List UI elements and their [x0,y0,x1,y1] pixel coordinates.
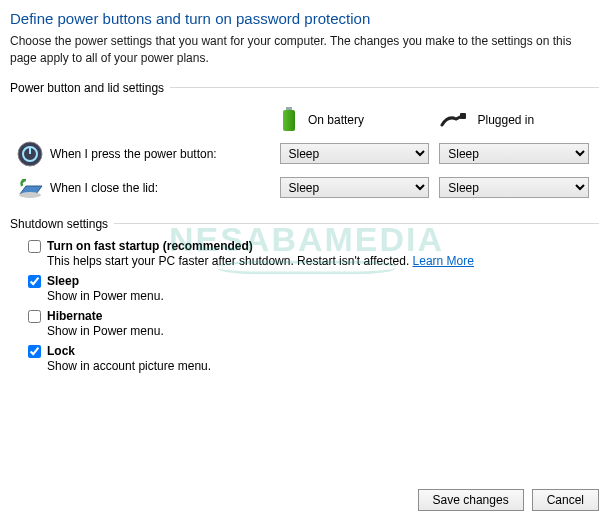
save-changes-button[interactable]: Save changes [418,489,524,511]
learn-more-link[interactable]: Learn More [413,254,474,268]
power-button-battery-select[interactable]: Do nothingSleepHibernateShut down [280,143,430,164]
page-description: Choose the power settings that you want … [10,33,599,67]
group-shutdown: Shutdown settings [10,217,599,231]
row-power-button-label: When I press the power button: [50,147,280,161]
hibernate-title: Hibernate [47,309,102,323]
row-lid-label: When I close the lid: [50,181,280,195]
fast-startup-title: Turn on fast startup (recommended) [47,239,253,253]
group-shutdown-label: Shutdown settings [10,217,108,231]
cancel-button[interactable]: Cancel [532,489,599,511]
lock-checkbox[interactable] [28,345,41,358]
row-lid: When I close the lid: Do nothingSleepHib… [10,171,599,205]
sleep-option[interactable]: Sleep [28,274,599,288]
lock-option[interactable]: Lock [28,344,599,358]
power-button-plugged-select[interactable]: Do nothingSleepHibernateShut down [439,143,589,164]
page-title: Define power buttons and turn on passwor… [10,10,599,27]
lid-battery-select[interactable]: Do nothingSleepHibernateShut down [280,177,430,198]
divider [170,87,599,88]
svg-rect-1 [283,110,295,131]
lid-icon [10,176,50,200]
lock-sub: Show in account picture menu. [47,359,599,373]
fast-startup-option[interactable]: Turn on fast startup (recommended) [28,239,599,253]
svg-point-6 [19,192,41,198]
sleep-title: Sleep [47,274,79,288]
lock-title: Lock [47,344,75,358]
column-headers: On battery Plugged in [280,103,599,137]
hibernate-checkbox[interactable] [28,310,41,323]
fast-startup-checkbox[interactable] [28,240,41,253]
battery-icon [280,107,298,133]
sleep-checkbox[interactable] [28,275,41,288]
group-power-lid-label: Power button and lid settings [10,81,164,95]
lid-plugged-select[interactable]: Do nothingSleepHibernateShut down [439,177,589,198]
svg-rect-2 [460,113,466,119]
group-power-lid: Power button and lid settings [10,81,599,95]
sleep-sub: Show in Power menu. [47,289,599,303]
hibernate-option[interactable]: Hibernate [28,309,599,323]
svg-rect-0 [286,107,292,110]
column-plugged-label: Plugged in [478,113,535,127]
fast-startup-sub-text: This helps start your PC faster after sh… [47,254,413,268]
column-battery-label: On battery [308,113,364,127]
row-power-button: When I press the power button: Do nothin… [10,137,599,171]
fast-startup-sub: This helps start your PC faster after sh… [47,254,599,268]
plug-icon [440,111,468,129]
hibernate-sub: Show in Power menu. [47,324,599,338]
power-button-icon [10,141,50,167]
divider [114,223,599,224]
